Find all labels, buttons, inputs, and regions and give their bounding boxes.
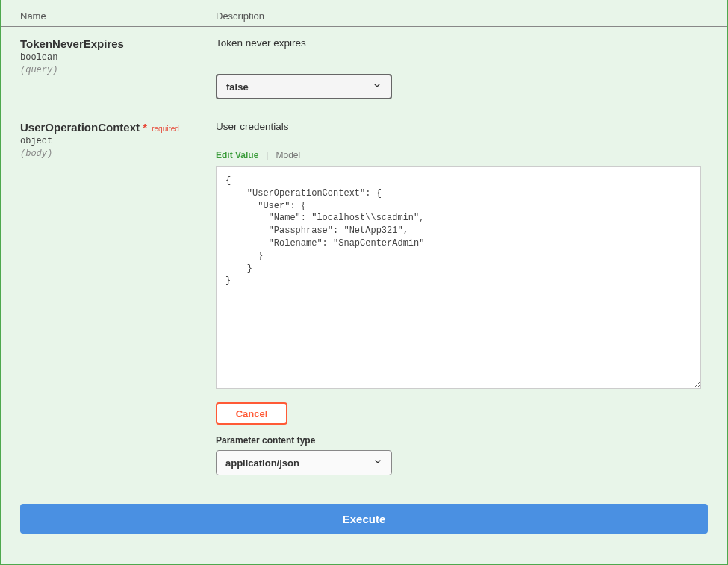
header-name: Name	[20, 10, 216, 22]
param-row-user-operation-context: UserOperationContext * required object (…	[1, 110, 727, 486]
cancel-button[interactable]: Cancel	[216, 402, 287, 425]
param-in: (body)	[20, 149, 216, 159]
required-label: required	[152, 125, 179, 133]
param-info: UserOperationContext * required object (…	[20, 121, 216, 475]
chevron-down-icon	[373, 81, 382, 93]
param-type: boolean	[20, 52, 216, 63]
param-type: object	[20, 136, 216, 146]
param-description: User credentials	[216, 121, 708, 132]
chevron-down-icon	[373, 458, 382, 469]
param-info: TokenNeverExpires boolean (query)	[20, 37, 216, 99]
param-description: Token never expires	[216, 37, 708, 49]
param-row-token-never-expires: TokenNeverExpires boolean (query) Token …	[1, 27, 727, 110]
required-star: *	[143, 121, 147, 134]
param-name: TokenNeverExpires	[20, 37, 216, 50]
value-model-tabs: Edit Value | Model	[216, 150, 708, 160]
tab-model[interactable]: Model	[276, 150, 300, 160]
tab-edit-value[interactable]: Edit Value	[216, 150, 258, 160]
body-json-editor[interactable]	[216, 166, 701, 389]
content-type-select[interactable]: application/json	[216, 450, 392, 475]
param-name: UserOperationContext * required	[20, 121, 216, 134]
params-table-header: Name Description	[1, 6, 727, 27]
execute-button[interactable]: Execute	[20, 504, 708, 534]
header-description: Description	[216, 10, 708, 22]
param-body: Token never expires false	[216, 37, 708, 99]
tab-divider: |	[266, 150, 268, 160]
swagger-try-it-out-panel: Name Description TokenNeverExpires boole…	[0, 0, 728, 565]
token-select-value: false	[226, 81, 249, 93]
param-body: User credentials Edit Value | Model Canc…	[216, 121, 708, 475]
param-in: (query)	[20, 65, 216, 75]
content-type-value: application/json	[225, 458, 299, 469]
token-select[interactable]: false	[216, 74, 392, 99]
content-type-label: Parameter content type	[216, 435, 708, 446]
